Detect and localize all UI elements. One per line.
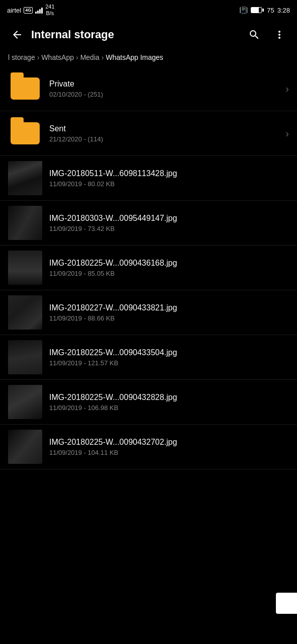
file-info-4: IMG-20180225-W...0090433504.jpg 11/09/20… [49, 348, 289, 367]
thumb-placeholder-0 [8, 161, 42, 195]
status-right: 📳 75 3:28 [239, 6, 290, 14]
breadcrumb-item-whatsapp[interactable]: WhatsApp [41, 53, 74, 61]
file-thumb-5 [8, 385, 42, 419]
file-info-2: IMG-20180225-W...0090436168.jpg 11/09/20… [49, 259, 289, 277]
folder-meta-sent: 21/12/2020 - (114) [49, 135, 281, 143]
battery-percent: 75 [267, 7, 274, 14]
folder-shape [11, 77, 40, 100]
status-left: airtel 4G 241 B/s [7, 4, 55, 17]
thumb-placeholder-6 [8, 430, 42, 464]
chevron-right-icon-sent: › [285, 128, 289, 139]
file-item-4[interactable]: IMG-20180225-W...0090433504.jpg 11/09/20… [0, 335, 297, 380]
file-item-3[interactable]: IMG-20180227-W...0090433821.jpg 11/09/20… [0, 290, 297, 335]
file-thumb-0 [8, 161, 42, 195]
toolbar: Internal storage [0, 19, 297, 50]
thumb-placeholder-5 [8, 385, 42, 419]
file-item-0[interactable]: IMG-20180511-W...6098113428.jpg 11/09/20… [0, 156, 297, 201]
file-item-6[interactable]: IMG-20180225-W...0090432702.jpg 11/09/20… [0, 425, 297, 469]
folder-name-sent: Sent [49, 124, 281, 133]
file-info-0: IMG-20180511-W...6098113428.jpg 11/09/20… [49, 169, 289, 188]
file-list: Private 02/10/2020 - (251) › Sent 21/12/… [0, 66, 297, 469]
back-arrow-icon [11, 29, 23, 41]
chevron-right-icon: › [285, 83, 289, 95]
breadcrumb-item-storage[interactable]: l storage [8, 53, 35, 61]
file-thumb-4 [8, 340, 42, 374]
folder-item-sent[interactable]: Sent 21/12/2020 - (114) › [0, 111, 297, 156]
file-meta-5: 11/09/2019 - 106.98 KB [49, 404, 289, 412]
folder-icon-sent [8, 116, 42, 150]
breadcrumb-sep-1: › [37, 53, 40, 61]
more-options-button[interactable] [269, 24, 290, 45]
breadcrumb-sep-3: › [102, 53, 104, 61]
back-button[interactable] [7, 25, 27, 45]
scroll-indicator[interactable] [276, 593, 297, 614]
speed-label: 241 B/s [45, 4, 54, 17]
file-thumb-6 [8, 430, 42, 464]
network-badge: 4G [24, 7, 33, 14]
toolbar-actions [244, 24, 290, 45]
breadcrumb-item-media[interactable]: Media [80, 53, 100, 61]
thumb-placeholder-2 [8, 251, 42, 285]
file-meta-0: 11/09/2019 - 80.02 KB [49, 180, 289, 188]
file-name-1: IMG-20180303-W...0095449147.jpg [49, 214, 289, 223]
file-meta-6: 11/09/2019 - 104.11 KB [49, 449, 289, 456]
more-options-icon [273, 29, 285, 41]
file-item-1[interactable]: IMG-20180303-W...0095449147.jpg 11/09/20… [0, 201, 297, 246]
folder-icon-private [8, 71, 42, 106]
file-name-6: IMG-20180225-W...0090432702.jpg [49, 438, 289, 447]
file-name-3: IMG-20180227-W...0090433821.jpg [49, 303, 289, 312]
folder-info-sent: Sent 21/12/2020 - (114) [49, 124, 281, 143]
file-meta-1: 11/09/2019 - 73.42 KB [49, 225, 289, 232]
folder-item-private[interactable]: Private 02/10/2020 - (251) › [0, 66, 297, 111]
file-item-5[interactable]: IMG-20180225-W...0090432828.jpg 11/09/20… [0, 380, 297, 425]
status-bar: airtel 4G 241 B/s 📳 75 3:28 [0, 0, 297, 19]
breadcrumb-sep-2: › [76, 53, 78, 61]
file-name-4: IMG-20180225-W...0090433504.jpg [49, 348, 289, 357]
file-name-0: IMG-20180511-W...6098113428.jpg [49, 169, 289, 178]
battery-icon [251, 7, 264, 13]
folder-name-private: Private [49, 79, 281, 89]
file-info-1: IMG-20180303-W...0095449147.jpg 11/09/20… [49, 214, 289, 232]
thumb-placeholder-3 [8, 295, 42, 330]
signal-icon [35, 7, 43, 14]
file-thumb-1 [8, 206, 42, 240]
thumb-placeholder-1 [8, 206, 42, 240]
folder-info-private: Private 02/10/2020 - (251) [49, 79, 281, 98]
file-thumb-2 [8, 251, 42, 285]
search-button[interactable] [244, 24, 265, 45]
folder-shape-sent [11, 122, 40, 144]
file-meta-4: 11/09/2019 - 121.57 KB [49, 359, 289, 367]
carrier-label: airtel [7, 7, 21, 14]
page-title: Internal storage [31, 28, 244, 41]
file-meta-2: 11/09/2019 - 85.05 KB [49, 270, 289, 277]
file-thumb-3 [8, 295, 42, 330]
time-label: 3:28 [277, 7, 290, 14]
thumb-placeholder-4 [8, 340, 42, 374]
folder-meta-private: 02/10/2020 - (251) [49, 91, 281, 98]
file-name-5: IMG-20180225-W...0090432828.jpg [49, 393, 289, 402]
breadcrumb-item-images[interactable]: WhatsApp Images [106, 53, 163, 61]
search-icon [248, 29, 260, 41]
file-info-6: IMG-20180225-W...0090432702.jpg 11/09/20… [49, 438, 289, 456]
file-info-5: IMG-20180225-W...0090432828.jpg 11/09/20… [49, 393, 289, 412]
file-info-3: IMG-20180227-W...0090433821.jpg 11/09/20… [49, 303, 289, 322]
file-meta-3: 11/09/2019 - 88.66 KB [49, 314, 289, 322]
vibrate-icon: 📳 [239, 6, 248, 14]
breadcrumb: l storage › WhatsApp › Media › WhatsApp … [0, 50, 297, 66]
file-name-2: IMG-20180225-W...0090436168.jpg [49, 259, 289, 268]
file-item-2[interactable]: IMG-20180225-W...0090436168.jpg 11/09/20… [0, 246, 297, 290]
